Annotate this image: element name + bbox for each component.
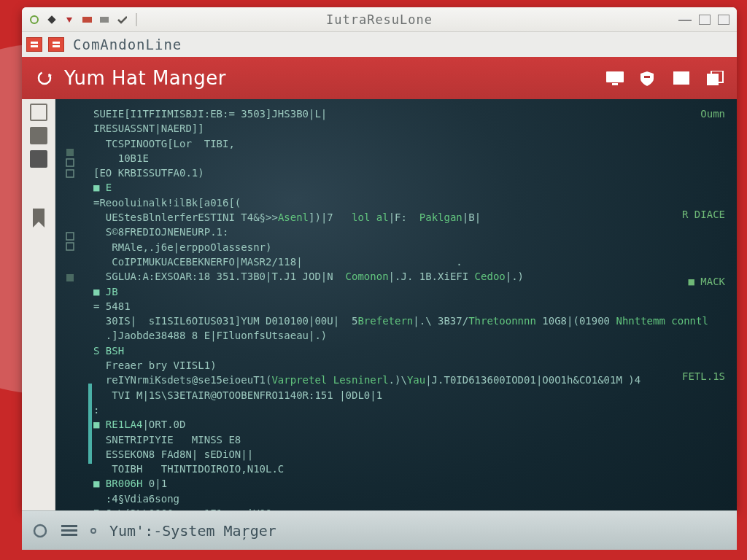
svg-rect-23 — [61, 529, 77, 532]
terminal-gutter — [55, 99, 88, 510]
taskbar-status-dot-icon — [90, 528, 96, 534]
app-body: Oumn R DIACE ■ MACK FETL.1S SUEIE[I1TFII… — [22, 99, 737, 510]
svg-rect-2 — [82, 17, 92, 23]
terminal-line: SNETRIPIYIE MINSS E8 — [93, 432, 725, 447]
taskbar[interactable]: Yum':-System Maŗger — [22, 510, 737, 550]
terminal-output[interactable]: Oumn R DIACE ■ MACK FETL.1S SUEIE[I1TFII… — [55, 99, 737, 510]
application-window: IutraResuLone ComAndonLine Yum Hat Mange… — [22, 7, 737, 510]
terminal-line: CoIPIMUKUACEBEKNERFO|MASR2/118| . — [93, 254, 725, 269]
svg-rect-17 — [66, 170, 74, 177]
window-stop-icon[interactable] — [82, 15, 92, 25]
titlebar-left-controls — [29, 13, 139, 26]
display-icon[interactable] — [605, 71, 623, 85]
packages-panel-icon[interactable] — [30, 104, 47, 121]
svg-rect-6 — [53, 42, 60, 44]
maximize-button[interactable] — [699, 15, 711, 25]
terminal-line: [EO KRBISSUTFA0.1) — [93, 166, 725, 180]
terminal-line: ■ BR006H 0|1 — [93, 476, 725, 491]
tab-icon-1[interactable] — [26, 37, 42, 52]
terminal-line: ESSEKON8 FAd8N| sEDiON|| — [93, 447, 725, 462]
shield-icon[interactable] — [639, 71, 657, 85]
svg-point-0 — [31, 16, 38, 23]
svg-rect-1 — [47, 15, 55, 23]
terminal-line: :4§Vdia6song — [93, 491, 725, 506]
tab-title: ComAndonLine — [73, 36, 182, 52]
taskbar-app-indicator-icon[interactable] — [32, 523, 48, 539]
taskbar-title[interactable]: Yum':-System Maŗger — [109, 522, 276, 540]
terminal-line: SUEIE[I1TFIIMISBJI:EB:= 3503]JHS3B0|L| — [93, 106, 725, 121]
svg-rect-5 — [31, 45, 38, 47]
terminal-line: SGLUA:A:EXSOAR:18 351.T3B0|T.J1 JOD|N Co… — [93, 269, 725, 284]
header-actions — [605, 71, 724, 85]
window-grey-icon[interactable] — [99, 15, 109, 25]
titlebar-right-controls — [678, 15, 729, 25]
terminal-line: reIYNrmiKsdets@se15eioeuT1(Varpretel Les… — [93, 373, 725, 387]
window-titlebar[interactable]: IutraResuLone — [22, 7, 737, 32]
svg-rect-19 — [66, 243, 74, 250]
terminal-line: S BSH — [93, 343, 725, 358]
terminal-line: .]Jaobde38488 8 E|FIluonfsUtsaeau|.) — [93, 328, 725, 343]
terminal-line: = 5481 — [93, 299, 725, 314]
taskbar-menu-icon[interactable] — [61, 523, 77, 539]
terminal-line: ■ E — [93, 180, 725, 195]
minimize-button[interactable] — [678, 18, 692, 21]
annot-1: R DIACE — [682, 207, 725, 222]
terminal-line: IRESUASSNT|NAERD]] — [93, 121, 725, 136]
svg-rect-10 — [612, 83, 618, 85]
svg-rect-18 — [66, 233, 74, 240]
terminal-line: S©8FREDIOJNENEURP.1: — [93, 225, 725, 239]
svg-rect-3 — [100, 17, 109, 23]
svg-rect-12 — [673, 71, 689, 85]
window-divider-icon — [136, 13, 137, 26]
terminal-line: 30IS| sI1SIL6OIUS031]YUM D010100|00U| 5B… — [93, 314, 725, 328]
app-title: Yum Hat Manger — [64, 67, 226, 89]
svg-rect-13 — [707, 74, 719, 85]
svg-point-21 — [34, 525, 46, 537]
svg-point-8 — [39, 72, 50, 84]
sidebar — [22, 99, 55, 510]
terminal-line: TCSPINOOTG[Lor TIBI, — [93, 136, 725, 151]
terminal-line: 10B1E — [93, 151, 725, 166]
svg-rect-24 — [61, 534, 77, 536]
window-dot-green-icon[interactable] — [29, 15, 39, 25]
history-panel-icon[interactable] — [30, 150, 47, 168]
terminal-line: ■ JB — [93, 284, 725, 299]
svg-rect-22 — [61, 525, 77, 527]
svg-rect-4 — [31, 42, 38, 44]
terminal-line: TVI M|1S\S3ETAIR@OTOOBENFRO1140R:151 |0D… — [93, 388, 725, 402]
close-button[interactable] — [718, 15, 729, 25]
annot-3: FETL.1S — [682, 369, 725, 384]
app-header: Yum Hat Manger — [22, 57, 737, 99]
svg-rect-11 — [644, 76, 650, 78]
terminal-line: TOIBH THINTIDOIROIO,N10L.C — [93, 462, 725, 476]
repos-panel-icon[interactable] — [30, 127, 47, 144]
copy-icon[interactable] — [706, 71, 724, 85]
tab-bar: ComAndonLine — [22, 32, 737, 57]
tab-icon-2[interactable] — [48, 37, 64, 52]
window-down-icon[interactable] — [64, 15, 74, 25]
svg-rect-16 — [66, 159, 74, 166]
svg-rect-15 — [66, 149, 74, 156]
bookmark-panel-icon[interactable] — [31, 209, 47, 229]
terminal-line: UEStesBlnlerferESTINI T4&§>>Asenl])|7 lo… — [93, 210, 725, 225]
annot-2: ■ MACK — [688, 274, 725, 289]
terminal-line: : — [93, 402, 725, 417]
svg-rect-7 — [53, 45, 60, 47]
annot-0: Oumn — [700, 106, 725, 121]
terminal-line: ■ RE1LA4|ORT.0D — [93, 417, 725, 432]
window-check-icon[interactable] — [117, 15, 127, 25]
terminal-cursor-bar — [88, 384, 92, 464]
svg-rect-9 — [606, 71, 624, 82]
terminal-line: RMAle,.j6e|erppoOlassesnr) — [93, 240, 725, 254]
refresh-icon[interactable] — [35, 69, 54, 88]
window-diamond-icon[interactable] — [47, 15, 57, 25]
terminal-lines: SUEIE[I1TFIIMISBJI:EB:= 3503]JHS3B0|L|IR… — [93, 106, 725, 510]
window-icon[interactable] — [673, 71, 690, 85]
terminal-line: Freaer bry VIISL1) — [93, 358, 725, 373]
svg-rect-20 — [66, 274, 74, 281]
terminal-line: =Reooluinalk!ilBk[a016[( — [93, 195, 725, 210]
